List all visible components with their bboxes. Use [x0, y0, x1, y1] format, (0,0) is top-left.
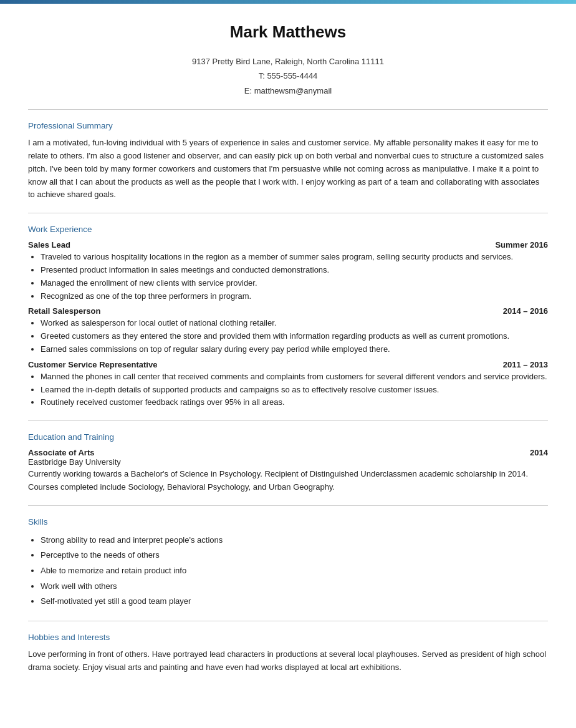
- header-divider: [28, 109, 548, 110]
- resume-header: Mark Matthews 9137 Pretty Bird Lane, Ral…: [28, 22, 548, 98]
- job-date-retail: 2014 – 2016: [503, 306, 548, 316]
- job-header-sales-lead: Sales Lead Summer 2016: [28, 240, 548, 250]
- education-title: Education and Training: [28, 432, 548, 442]
- job-entry-csr: Customer Service Representative 2011 – 2…: [28, 360, 548, 409]
- job-header-retail: Retail Salesperson 2014 – 2016: [28, 306, 548, 316]
- job-date-sales-lead: Summer 2016: [495, 240, 548, 250]
- edu-entry: Associate of Arts 2014 Eastbridge Bay Un…: [28, 448, 548, 494]
- skill-item: Work well with others: [41, 579, 548, 595]
- contact-info: 9137 Pretty Bird Lane, Raleigh, North Ca…: [28, 54, 548, 98]
- skill-item: Perceptive to the needs of others: [41, 548, 548, 563]
- hobbies-section: Hobbies and Interests Love performing in…: [28, 633, 548, 674]
- work-experience-section: Work Experience Sales Lead Summer 2016 T…: [28, 225, 548, 409]
- bullet: Traveled to various hospitality location…: [41, 251, 548, 264]
- professional-summary-section: Professional Summary I am a motivated, f…: [28, 121, 548, 201]
- skill-item: Able to memorize and retain product info: [41, 563, 548, 579]
- professional-summary-title: Professional Summary: [28, 121, 548, 130]
- bullet: Presented product information in sales m…: [41, 264, 548, 277]
- edu-year: 2014: [530, 448, 548, 457]
- work-divider: [28, 420, 548, 421]
- job-title-sales-lead: Sales Lead: [28, 240, 70, 250]
- job-header-csr: Customer Service Representative 2011 – 2…: [28, 360, 548, 369]
- job-bullets-sales-lead: Traveled to various hospitality location…: [41, 251, 548, 303]
- bullet: Worked as salesperson for local outlet o…: [41, 317, 548, 330]
- education-divider: [28, 505, 548, 506]
- job-entry-retail: Retail Salesperson 2014 – 2016 Worked as…: [28, 306, 548, 356]
- bullet: Managed the enrollment of new clients wi…: [41, 277, 548, 290]
- email: E: matthewsm@anymail: [28, 84, 548, 98]
- job-title-csr: Customer Service Representative: [28, 360, 157, 369]
- edu-header: Associate of Arts 2014: [28, 448, 548, 457]
- edu-desc: Currently working towards a Bachelor's o…: [28, 468, 548, 494]
- hobbies-body: Love performing in front of others. Have…: [28, 648, 548, 674]
- job-title-retail: Retail Salesperson: [28, 306, 100, 316]
- bullet: Learned the in-depth details of supporte…: [41, 384, 548, 397]
- bullet: Routinely received customer feedback rat…: [41, 396, 548, 409]
- hobbies-title: Hobbies and Interests: [28, 633, 548, 642]
- job-entry-sales-lead: Sales Lead Summer 2016 Traveled to vario…: [28, 240, 548, 303]
- work-experience-title: Work Experience: [28, 225, 548, 234]
- summary-divider: [28, 213, 548, 213]
- address: 9137 Pretty Bird Lane, Raleigh, North Ca…: [28, 54, 548, 69]
- bullet: Greeted customers as they entered the st…: [41, 330, 548, 343]
- job-bullets-csr: Manned the phones in call center that re…: [41, 371, 548, 409]
- professional-summary-body: I am a motivated, fun-loving individual …: [28, 137, 548, 201]
- skills-section: Skills Strong ability to read and interp…: [28, 517, 548, 609]
- bullet: Earned sales commissions on top of regul…: [41, 343, 548, 356]
- job-bullets-retail: Worked as salesperson for local outlet o…: [41, 317, 548, 356]
- edu-school: Eastbridge Bay University: [28, 457, 548, 467]
- education-section: Education and Training Associate of Arts…: [28, 432, 548, 494]
- skill-item: Strong ability to read and interpret peo…: [41, 533, 548, 548]
- edu-degree: Associate of Arts: [28, 448, 94, 457]
- skills-title: Skills: [28, 517, 548, 527]
- job-date-csr: 2011 – 2013: [503, 360, 548, 369]
- resume-container: Mark Matthews 9137 Pretty Bird Lane, Ral…: [0, 4, 576, 706]
- phone: T: 555-555-4444: [28, 69, 548, 83]
- skills-divider: [28, 621, 548, 621]
- bullet: Manned the phones in call center that re…: [41, 371, 548, 384]
- skills-list: Strong ability to read and interpret peo…: [41, 533, 548, 609]
- skill-item: Self-motivated yet still a good team pla…: [41, 594, 548, 609]
- bullet: Recognized as one of the top three perfo…: [41, 290, 548, 303]
- candidate-name: Mark Matthews: [28, 22, 548, 42]
